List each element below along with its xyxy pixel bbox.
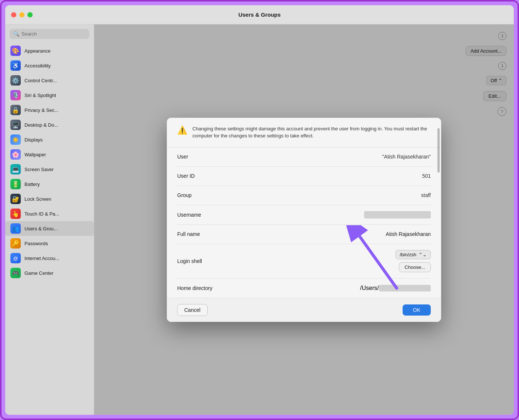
- search-text: Search: [22, 31, 37, 37]
- sidebar-label-users: Users & Grou...: [24, 226, 58, 231]
- sidebar-item-privacy[interactable]: 🔒 Privacy & Sec...: [5, 103, 94, 117]
- sidebar-item-passwords[interactable]: 🔑 Passwords: [5, 236, 94, 251]
- sidebar-label-gamecenter: Game Center: [24, 270, 53, 276]
- user-label: User: [177, 154, 188, 160]
- group-row: Group staff: [177, 186, 431, 205]
- internet-icon: @: [10, 253, 21, 263]
- choose-button[interactable]: Choose...: [399, 262, 431, 272]
- touchid-icon: 👆: [10, 209, 21, 219]
- modal-scrollbar[interactable]: [437, 125, 440, 292]
- sidebar-item-users[interactable]: 👥 Users & Grou...: [5, 221, 94, 236]
- sidebar-label-desktop: Desktop & Do...: [24, 122, 58, 128]
- sidebar-item-internet[interactable]: @ Internet Accou...: [5, 251, 94, 266]
- modal-overlay: ⚠️ Changing these settings might damage …: [94, 24, 514, 415]
- wallpaper-icon: 🌸: [10, 149, 21, 160]
- fullname-row: Full name Atish Rajasekharan: [177, 225, 431, 244]
- sidebar-item-appearance[interactable]: 🎨 Appearance: [5, 43, 94, 58]
- modal-footer: Cancel OK: [167, 298, 441, 322]
- homedir-value-container: /Users/: [360, 285, 431, 291]
- search-icon: 🔍: [13, 31, 19, 37]
- appearance-icon: 🎨: [10, 46, 21, 56]
- sidebar-item-displays[interactable]: ☀️ Displays: [5, 132, 94, 147]
- userid-label: User ID: [177, 173, 195, 179]
- sidebar-item-wallpaper[interactable]: 🌸 Wallpaper: [5, 147, 94, 162]
- control-icon: ⚙️: [10, 75, 21, 86]
- lockscreen-icon: 🔐: [10, 194, 21, 204]
- main-panel: ℹ Add Account... ℹ Off ⌃ Edit... ?: [94, 24, 514, 415]
- username-row: Username: [177, 205, 431, 225]
- sidebar-item-siri[interactable]: 🎙️ Siri & Spotlight: [5, 88, 94, 103]
- homedir-blurred: [379, 285, 431, 291]
- fullname-label: Full name: [177, 231, 200, 237]
- userid-row: User ID 501: [177, 167, 431, 186]
- sidebar-item-lockscreen[interactable]: 🔐 Lock Screen: [5, 191, 94, 206]
- passwords-icon: 🔑: [10, 238, 21, 249]
- title-bar: Users & Groups: [5, 5, 514, 24]
- minimize-button[interactable]: [19, 12, 24, 17]
- userid-value: 501: [422, 173, 431, 179]
- warning-text: Changing these settings might damage thi…: [192, 125, 431, 140]
- sidebar-label-internet: Internet Accou...: [24, 256, 59, 261]
- cancel-button[interactable]: Cancel: [177, 304, 208, 316]
- scrollbar-track: [437, 128, 440, 295]
- content-area: 🔍 Search 🎨 Appearance ♿ Accessibility ⚙️…: [5, 24, 514, 415]
- sidebar-item-gamecenter[interactable]: 🎮 Game Center: [5, 266, 94, 280]
- modal-dialog: ⚠️ Changing these settings might damage …: [167, 118, 441, 322]
- sidebar-label-control: Control Centr...: [24, 78, 57, 83]
- loginshell-controls: /bin/zsh ⌃⌄ Choose...: [396, 250, 431, 272]
- loginshell-label: Login shell: [177, 258, 202, 264]
- shell-chevron: ⌃⌄: [419, 252, 427, 257]
- siri-icon: 🎙️: [10, 90, 21, 100]
- ok-button[interactable]: OK: [403, 304, 431, 316]
- sidebar-label-touchid: Touch ID & Pa...: [24, 211, 59, 217]
- gamecenter-icon: 🎮: [10, 268, 21, 278]
- shell-selector[interactable]: /bin/zsh ⌃⌄: [396, 250, 431, 259]
- sidebar-item-accessibility[interactable]: ♿ Accessibility: [5, 58, 94, 73]
- homedir-row: Home directory /Users/: [177, 279, 431, 298]
- homedir-prefix: /Users/: [360, 285, 379, 291]
- sidebar-label-privacy: Privacy & Sec...: [24, 107, 59, 113]
- warning-icon: ⚠️: [177, 126, 187, 135]
- form-content: User "Atish Rajasekharan" User ID 501 Gr…: [167, 147, 441, 298]
- username-value: [364, 211, 431, 219]
- group-value: staff: [421, 192, 431, 198]
- sidebar: 🔍 Search 🎨 Appearance ♿ Accessibility ⚙️…: [5, 24, 94, 415]
- warning-banner: ⚠️ Changing these settings might damage …: [167, 118, 441, 147]
- sidebar-label-lockscreen: Lock Screen: [24, 196, 51, 202]
- sidebar-label-accessibility: Accessibility: [24, 63, 51, 69]
- maximize-button[interactable]: [27, 12, 33, 17]
- sidebar-label-screensaver: Screen Saver: [24, 167, 54, 172]
- sidebar-label-wallpaper: Wallpaper: [24, 152, 46, 157]
- sidebar-label-passwords: Passwords: [24, 241, 48, 246]
- privacy-icon: 🔒: [10, 105, 21, 115]
- scrollbar-thumb[interactable]: [437, 128, 440, 173]
- homedir-label: Home directory: [177, 285, 212, 291]
- sidebar-item-touchid[interactable]: 👆 Touch ID & Pa...: [5, 206, 94, 221]
- sidebar-item-desktop[interactable]: 🖥️ Desktop & Do...: [5, 117, 94, 132]
- sidebar-label-battery: Battery: [24, 181, 40, 187]
- sidebar-item-battery[interactable]: 🔋 Battery: [5, 177, 94, 191]
- main-window: Users & Groups 🔍 Search 🎨 Appearance ♿ A…: [5, 5, 514, 415]
- displays-icon: ☀️: [10, 134, 21, 145]
- users-icon: 👥: [10, 223, 21, 234]
- window-title: Users & Groups: [238, 11, 281, 18]
- group-label: Group: [177, 192, 192, 198]
- screensaver-icon: 💻: [10, 164, 21, 174]
- shell-value: /bin/zsh: [400, 252, 416, 257]
- fullname-value[interactable]: Atish Rajasekharan: [386, 231, 431, 237]
- sidebar-item-screensaver[interactable]: 💻 Screen Saver: [5, 162, 94, 177]
- sidebar-label-displays: Displays: [24, 137, 43, 143]
- sidebar-label-appearance: Appearance: [24, 48, 50, 54]
- traffic-lights: [11, 12, 33, 17]
- search-bar[interactable]: 🔍 Search: [10, 29, 89, 39]
- battery-icon: 🔋: [10, 179, 21, 189]
- accessibility-icon: ♿: [10, 60, 21, 71]
- user-row: User "Atish Rajasekharan": [177, 147, 431, 167]
- user-value: "Atish Rajasekharan": [382, 154, 431, 160]
- loginshell-row: Login shell /bin/zsh ⌃⌄ Choose...: [177, 244, 431, 279]
- desktop-icon: 🖥️: [10, 120, 21, 130]
- sidebar-item-control[interactable]: ⚙️ Control Centr...: [5, 73, 94, 88]
- sidebar-label-siri: Siri & Spotlight: [24, 93, 56, 98]
- username-label: Username: [177, 212, 201, 218]
- close-button[interactable]: [11, 12, 16, 17]
